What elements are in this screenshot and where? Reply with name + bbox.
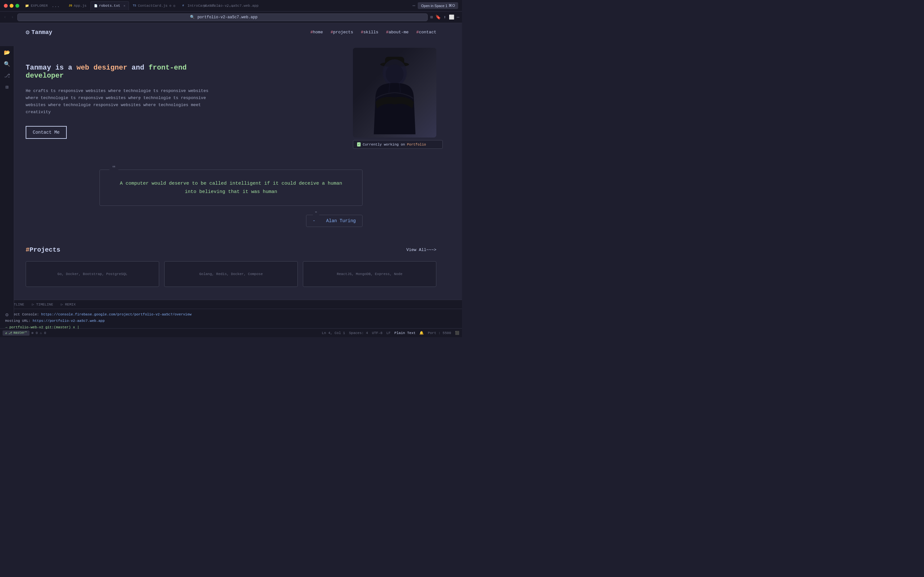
console-output: Project Console: https://console.firebas… bbox=[0, 309, 462, 328]
hero-image-area: ✓ Currently working on Portfolio bbox=[353, 48, 443, 149]
bookmark-icon[interactable]: 🔖 bbox=[435, 15, 441, 20]
tab-contactcard-label: ContactCard.js bbox=[138, 4, 168, 8]
timeline-tab[interactable]: ▷ TIMELINE bbox=[29, 301, 55, 308]
projects-hash: # bbox=[26, 246, 29, 253]
traffic-lights bbox=[0, 4, 19, 8]
site-preview: ⚙ Tanmay #home #projects #skills #about-… bbox=[0, 23, 462, 300]
status-badge: ✓ Currently working on Portfolio bbox=[353, 140, 443, 149]
view-all-link[interactable]: View All~~~> bbox=[406, 247, 436, 252]
projects-section: #Projects View All~~~> Go, Docker, Boots… bbox=[0, 240, 462, 300]
files-icon[interactable]: 📂 bbox=[3, 49, 11, 56]
quote-box: ❝ A computer would deserve to be called … bbox=[99, 169, 363, 206]
svg-point-4 bbox=[383, 59, 407, 86]
remix-tab[interactable]: ▷ REMIX bbox=[58, 301, 78, 308]
tab-close-icon[interactable]: ✕ bbox=[124, 4, 126, 8]
project-card-3[interactable]: ReactJS, MongoDB, Express, Node bbox=[303, 261, 436, 287]
maximize-button[interactable] bbox=[15, 4, 19, 8]
attribution-box: ❞ - Alan Turing bbox=[306, 215, 363, 227]
error-count: ⊗ 0 bbox=[31, 331, 38, 335]
more-nav-icon[interactable]: ⋯ bbox=[457, 15, 459, 20]
share-icon[interactable]: ⬆ bbox=[443, 15, 446, 20]
attribution-name: Alan Turing bbox=[326, 218, 356, 223]
projects-header: #Projects View All~~~> bbox=[26, 246, 436, 253]
git-icon[interactable]: ⎇ bbox=[3, 72, 11, 79]
console-prompt: → portfolio-web-v2 git:(master) x | bbox=[5, 326, 79, 329]
activity-bar: 📂 🔍 ⎇ ⊞ ⚙ bbox=[0, 46, 14, 319]
hero-section: Tanmay is a web designer and front-end d… bbox=[0, 41, 462, 163]
projects-label: Projects bbox=[29, 246, 60, 253]
close-button[interactable] bbox=[4, 4, 8, 8]
tab-robotstxt[interactable]: 📄 robots.txt ✕ bbox=[90, 1, 129, 10]
project-2-tags: Golang, Redis, Docker, Compose bbox=[199, 272, 263, 276]
forward-button[interactable]: › bbox=[10, 14, 15, 21]
url-bar[interactable]: 🔍 portfolio-v2-aa5c7.web.app bbox=[17, 13, 427, 21]
quote-mark-top: ❝ bbox=[110, 164, 118, 172]
split-editor-icon[interactable]: ⊞ bbox=[430, 15, 433, 20]
title-bar-right: ⋯ Open in Space 1 ⌘O bbox=[413, 2, 462, 9]
open-space-button[interactable]: Open in Space 1 ⌘O bbox=[418, 2, 458, 9]
person-silhouette-svg bbox=[363, 51, 427, 134]
layout-icon[interactable]: ⬜ bbox=[449, 15, 454, 20]
hero-title-orange: web designer bbox=[76, 64, 127, 72]
console-link-1[interactable]: https://console.firebase.google.com/proj… bbox=[41, 313, 192, 316]
project-card-1[interactable]: Go, Docker, Bootstrap, PostgreSQL bbox=[26, 261, 159, 287]
bottom-panel: ▷ OUTLINE ▷ TIMELINE ▷ REMIX Project Con… bbox=[0, 300, 462, 328]
tab-explorer[interactable]: 📁 EXPLORER ... bbox=[22, 1, 65, 10]
port-info: Port : 5500 bbox=[428, 331, 451, 335]
css-icon: # bbox=[182, 4, 186, 7]
title-bar: 📁 EXPLORER ... JS App.js 📄 robots.txt ✕ … bbox=[0, 0, 462, 11]
quote-text: A computer would deserve to be called in… bbox=[113, 179, 349, 196]
layout-icon-status[interactable]: ⬛ bbox=[455, 331, 459, 335]
hero-title-mid: and bbox=[128, 64, 149, 72]
nav-contact[interactable]: #contact bbox=[417, 30, 436, 35]
encoding-info: UTF-8 bbox=[372, 331, 383, 335]
status-bar-left: ↺ ⎇ master* ⊗ 0 ⚠ 0 bbox=[3, 330, 46, 335]
hero-title-start: Tanmay is a bbox=[26, 64, 76, 72]
nav-skills[interactable]: #skills bbox=[361, 30, 379, 35]
notification-icon: 🔔 bbox=[419, 331, 424, 335]
projects-title: #Projects bbox=[26, 246, 60, 253]
tab-appjs[interactable]: JS App.js bbox=[65, 1, 90, 10]
nav-about[interactable]: #about-me bbox=[386, 30, 409, 35]
main-content: ⚙ Tanmay #home #projects #skills #about-… bbox=[0, 23, 462, 337]
console-link-2[interactable]: https://portfolio-v2-aa5c7.web.app bbox=[33, 319, 105, 323]
language-mode[interactable]: Plain Text bbox=[394, 331, 415, 335]
project-3-tags: ReactJS, MongoDB, Express, Node bbox=[337, 272, 403, 276]
logo-icon: ⚙ bbox=[26, 28, 29, 36]
settings-icon[interactable]: ⚙ bbox=[3, 311, 11, 319]
more-options-icon[interactable]: ⋯ bbox=[413, 3, 415, 8]
search-sidebar-icon[interactable]: 🔍 bbox=[3, 60, 11, 68]
open-space-shortcut: ⌘O bbox=[449, 3, 455, 8]
console-line-1: Project Console: https://console.firebas… bbox=[5, 311, 457, 318]
status-bar-right: Ln 4, Col 1 Spaces: 4 UTF-8 LF Plain Tex… bbox=[322, 331, 459, 335]
tab-robotstxt-label: robots.txt bbox=[99, 4, 120, 8]
spaces-info: Spaces: 4 bbox=[349, 331, 368, 335]
tab-contactcard[interactable]: TS ContactCard.js ⊙ ◎ bbox=[129, 1, 178, 10]
ts-icon: TS bbox=[133, 4, 136, 7]
extensions-icon[interactable]: ⊞ bbox=[3, 83, 11, 91]
txt-icon: 📄 bbox=[94, 4, 97, 7]
search-icon: 🔍 bbox=[187, 15, 197, 19]
contact-me-button[interactable]: Contact Me bbox=[26, 126, 67, 139]
back-button[interactable]: ‹ bbox=[3, 14, 7, 21]
quote-mark-bottom: ❞ bbox=[313, 211, 319, 216]
status-portfolio-link[interactable]: Portfolio bbox=[407, 143, 426, 147]
site-nav-links: #home #projects #skills #about-me #conta… bbox=[310, 30, 436, 35]
address-bar: ‹ › 🔍 portfolio-v2-aa5c7.web.app ⊞ 🔖 ⬆ ⬜… bbox=[0, 11, 462, 23]
hero-text: Tanmay is a web designer and front-end d… bbox=[26, 54, 218, 144]
minimize-button[interactable] bbox=[10, 4, 13, 8]
nav-home[interactable]: #home bbox=[310, 30, 323, 35]
project-card-2[interactable]: Golang, Redis, Docker, Compose bbox=[164, 261, 298, 287]
url-text: portfolio-v2-aa5c7.web.app bbox=[197, 15, 257, 19]
projects-grid: Go, Docker, Bootstrap, PostgreSQL Golang… bbox=[26, 261, 436, 287]
tab-more-icon[interactable]: ... bbox=[50, 3, 61, 8]
panel-tabs: ▷ OUTLINE ▷ TIMELINE ▷ REMIX bbox=[0, 300, 462, 309]
quote-section: ❝ A computer would deserve to be called … bbox=[0, 163, 462, 240]
line-ending-info: LF bbox=[386, 331, 391, 335]
git-branch-badge[interactable]: ↺ ⎇ master* bbox=[3, 330, 29, 335]
line-info: Ln 4, Col 1 bbox=[322, 331, 345, 335]
git-branch-name: master* bbox=[13, 331, 27, 335]
status-text-start: Currently working on bbox=[363, 143, 405, 147]
warning-count: ⚠ 0 bbox=[40, 331, 46, 335]
nav-projects[interactable]: #projects bbox=[330, 30, 353, 35]
